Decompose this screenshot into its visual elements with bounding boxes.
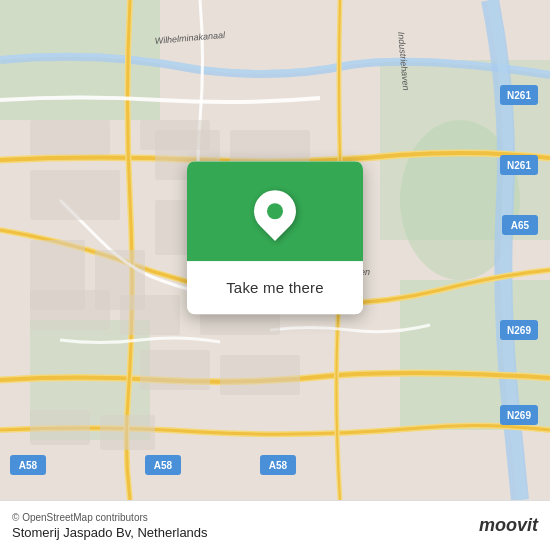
svg-text:N261: N261 [507, 160, 531, 171]
footer-info: © OpenStreetMap contributors Stomerij Ja… [12, 512, 208, 540]
osm-attribution: © OpenStreetMap contributors [12, 512, 208, 523]
svg-rect-22 [30, 410, 90, 445]
svg-text:A58: A58 [19, 460, 38, 471]
card-action[interactable]: Take me there [187, 261, 363, 314]
svg-rect-6 [30, 120, 110, 155]
svg-text:N269: N269 [507, 410, 531, 421]
svg-text:A58: A58 [269, 460, 288, 471]
svg-text:A58: A58 [154, 460, 173, 471]
map-container: N261 N261 A65 N269 N269 A58 A58 A58 Wilh… [0, 0, 550, 500]
svg-text:A65: A65 [511, 220, 530, 231]
svg-rect-21 [220, 355, 300, 395]
location-pin [245, 182, 304, 241]
svg-rect-23 [100, 415, 155, 450]
footer-bar: © OpenStreetMap contributors Stomerij Ja… [0, 500, 550, 550]
take-me-there-button[interactable]: Take me there [203, 271, 347, 304]
location-card: Take me there [187, 161, 363, 314]
moovit-logo-text: moovit [479, 515, 538, 536]
moovit-logo: moovit [479, 515, 538, 536]
svg-text:N261: N261 [507, 90, 531, 101]
place-name: Stomerij Jaspado Bv, Netherlands [12, 525, 208, 540]
svg-rect-15 [30, 290, 110, 330]
svg-rect-7 [30, 170, 120, 220]
svg-rect-16 [120, 295, 180, 335]
card-header [187, 161, 363, 261]
svg-text:N269: N269 [507, 325, 531, 336]
svg-rect-20 [140, 350, 210, 390]
